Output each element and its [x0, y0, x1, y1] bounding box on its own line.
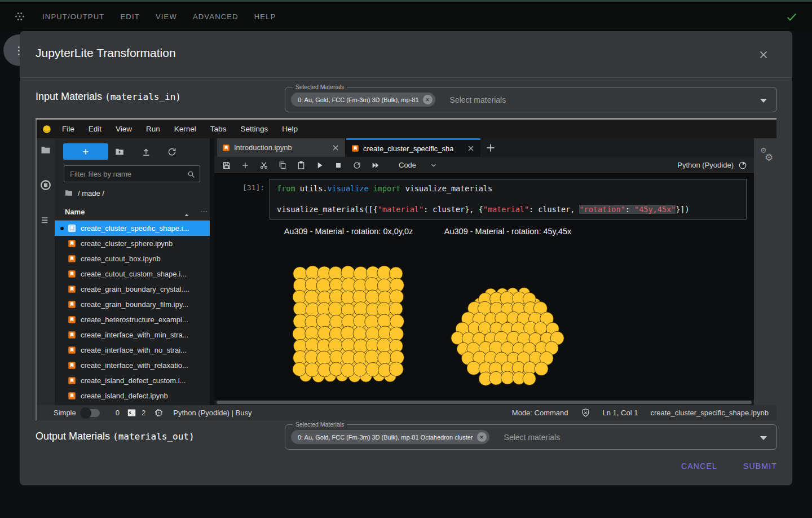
chip-remove-icon[interactable]: ✕: [423, 95, 433, 104]
file-list-header[interactable]: Name ⋯: [55, 204, 210, 221]
notebook-panel: Introduction.ipynb create_cluster_specif…: [214, 138, 754, 405]
kernel-count[interactable]: 2: [142, 409, 145, 417]
app-logo-icon[interactable]: [14, 11, 26, 23]
file-list-item[interactable]: create_interface_with_no_strai...: [55, 343, 210, 358]
app-menu-item[interactable]: ADVANCED: [193, 12, 239, 21]
tab-introduction[interactable]: Introduction.ipynb: [217, 138, 346, 157]
file-list-item[interactable]: create_island_defect.ipynb: [55, 388, 210, 403]
copy-icon[interactable]: [278, 161, 287, 170]
code-line: [277, 194, 739, 205]
app-menu-item[interactable]: VIEW: [156, 12, 177, 21]
run-icon[interactable]: [315, 161, 324, 170]
file-name: create_grain_boundary_crystal....: [81, 285, 189, 293]
notebook-tab-bar: Introduction.ipynb create_cluster_specif…: [214, 138, 754, 157]
simple-toggle[interactable]: [82, 409, 100, 417]
new-launcher-button[interactable]: [63, 143, 108, 160]
select-placeholder[interactable]: Select materials: [504, 433, 561, 442]
file-filter-input[interactable]: [64, 166, 200, 182]
jupyter-menu-item[interactable]: View: [116, 125, 132, 133]
file-browser-tab-icon[interactable]: [40, 144, 51, 156]
dialog-title: JupyterLite Transformation: [36, 46, 176, 60]
file-name: create_interface_with_no_strai...: [81, 346, 187, 354]
simple-label: Simple: [54, 409, 76, 417]
tab-create-cluster[interactable]: create_cluster_specific_sha: [346, 138, 480, 157]
file-browser-panel: / made / Name ⋯ create_cluster_specific_…: [55, 138, 210, 405]
trust-shield-icon[interactable]: [581, 408, 590, 418]
folder-icon[interactable]: [64, 188, 73, 197]
output-materials-select: Selected Materials 0: Au, Gold, FCC (Fm-…: [285, 424, 777, 450]
file-list-item[interactable]: create_cutout_custom_shape.i...: [55, 266, 210, 282]
new-folder-icon[interactable]: [114, 147, 125, 157]
notebook-icon: [68, 300, 76, 309]
output-title-2: Au309 - Material - rotation: 45y,45x: [439, 227, 577, 236]
output-title-1: Au309 - Material - rotation: 0x,0y,0z: [278, 227, 419, 236]
jupyter-menu-item[interactable]: Edit: [89, 125, 102, 133]
chevron-down-icon[interactable]: [430, 161, 438, 169]
submit-button[interactable]: SUBMIT: [743, 462, 777, 471]
file-list-item[interactable]: create_interface_with_min_stra...: [55, 327, 210, 343]
cancel-button[interactable]: CANCEL: [681, 462, 717, 471]
cell-type-select[interactable]: Code: [399, 161, 416, 169]
jupyter-menu-item[interactable]: Help: [282, 125, 298, 133]
running-sessions-icon[interactable]: [39, 179, 52, 191]
app-top-bar: INPUT/OUTPUTEDITVIEWADVANCEDHELP: [0, 0, 812, 31]
cut-icon[interactable]: [259, 161, 268, 170]
restart-kernel-icon[interactable]: [352, 161, 361, 170]
stop-icon[interactable]: [334, 161, 343, 170]
refresh-icon[interactable]: [167, 147, 177, 157]
kernel-name[interactable]: Python (Pyodide): [677, 161, 734, 169]
chip-remove-icon[interactable]: ✕: [477, 432, 487, 442]
svg-text:$_: $_: [129, 410, 134, 415]
header-more-icon[interactable]: ⋯: [200, 207, 208, 216]
app-menu-item[interactable]: EDIT: [120, 12, 139, 21]
kernel-status[interactable]: Python (Pyodide) | Busy: [173, 409, 251, 417]
file-filter-box[interactable]: [64, 165, 200, 182]
material-chip[interactable]: 0: Au, Gold, FCC (Fm-3m) 3D (Bulk), mp-8…: [291, 430, 489, 444]
file-list-item[interactable]: create_cluster_sphere.ipynb: [55, 236, 210, 251]
file-list-item[interactable]: create_island_defect_custom.i...: [55, 373, 210, 388]
jupyter-menu-item[interactable]: Run: [146, 125, 160, 133]
code-cell[interactable]: from utils.visualize import visualize_ma…: [270, 179, 747, 220]
close-icon[interactable]: [757, 49, 770, 61]
file-name: create_island_defect.ipynb: [81, 392, 168, 400]
add-cell-icon[interactable]: [241, 161, 250, 170]
jupyter-menu-item[interactable]: File: [62, 125, 74, 133]
file-list-item[interactable]: create_grain_boundary_film.ipy...: [55, 297, 210, 312]
notebook-icon: [222, 144, 230, 152]
cursor-position[interactable]: Ln 1, Col 1: [603, 409, 638, 417]
kernel-chip-icon[interactable]: [154, 408, 164, 418]
app-menu-item[interactable]: HELP: [254, 12, 276, 21]
search-icon: [187, 170, 196, 179]
select-placeholder[interactable]: Select materials: [450, 95, 506, 104]
notebook-icon: [68, 254, 76, 263]
settings-gear-icon[interactable]: ⚙: [765, 152, 773, 164]
new-tab-icon[interactable]: [484, 142, 497, 154]
terminal-icon[interactable]: $_: [127, 408, 136, 418]
file-list-item[interactable]: create_cutout_box.ipynb: [55, 251, 210, 266]
panel-divider[interactable]: [210, 138, 214, 405]
mode-indicator[interactable]: Mode: Command: [512, 409, 568, 417]
app-menu-item[interactable]: INPUT/OUTPUT: [42, 12, 104, 21]
file-list-item[interactable]: create_grain_boundary_crystal....: [55, 282, 210, 297]
dropdown-arrow-icon[interactable]: [760, 99, 767, 103]
jupyter-menu-item[interactable]: Tabs: [210, 125, 227, 133]
file-list-item[interactable]: create_heterostructure_exampl...: [55, 312, 210, 327]
tab-close-icon[interactable]: [466, 144, 475, 153]
file-list-item[interactable]: create_interface_with_relaxatio...: [55, 358, 210, 373]
dropdown-arrow-icon[interactable]: [760, 436, 767, 440]
file-list-item[interactable]: create_cluster_specific_shape.i...: [55, 221, 210, 236]
run-all-icon[interactable]: [371, 161, 380, 170]
scrollbar-thumb[interactable]: [217, 401, 752, 404]
tab-close-icon[interactable]: [331, 143, 340, 152]
upload-icon[interactable]: [141, 147, 151, 157]
jupyter-menu-item[interactable]: Settings: [240, 125, 268, 133]
paste-icon[interactable]: [297, 161, 306, 170]
code-line: from utils.visualize import visualize_ma…: [277, 183, 739, 194]
material-chip[interactable]: 0: Au, Gold, FCC (Fm-3m) 3D (Bulk), mp-8…: [291, 93, 435, 107]
horizontal-scrollbar[interactable]: [214, 400, 754, 405]
save-icon[interactable]: [222, 161, 231, 170]
breadcrumb[interactable]: / made /: [64, 188, 104, 197]
table-of-contents-icon[interactable]: [40, 215, 51, 226]
jupyter-menu-item[interactable]: Kernel: [174, 125, 196, 133]
notification-count[interactable]: 0: [116, 409, 120, 417]
